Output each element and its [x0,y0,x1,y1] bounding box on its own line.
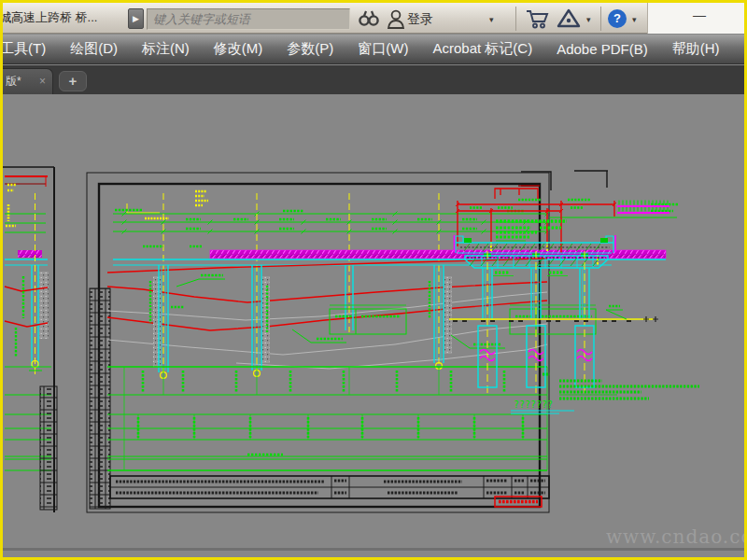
help-icon[interactable]: ? [608,9,627,28]
watermark: www.cndao.com [606,525,747,548]
search-input[interactable] [148,9,349,29]
cross-section-view: ??????? [449,171,699,413]
exchange-dropdown-icon[interactable]: ▾ [586,15,591,24]
elevation-view [107,191,679,378]
infocenter-search [147,8,350,30]
menu-modify[interactable]: 修改(M) [202,40,275,58]
drawing-tab[interactable]: 版* × [0,68,53,94]
cad-drawing[interactable]: ??????? [3,94,744,557]
binoculars-search-icon[interactable] [358,7,380,34]
menu-dimension[interactable]: 标注(N) [130,40,202,58]
user-icon[interactable] [386,7,406,34]
autodesk-exchange-icon[interactable] [557,7,581,34]
menu-help[interactable]: 帮助(H) [660,40,732,58]
pile-section-title: ??????? [514,399,553,410]
menu-parametric[interactable]: 参数(P) [275,40,345,58]
title-bar: 城高速上跨桥 桥... ▶ 登录 ▾ [3,3,744,34]
window-controls: — [647,3,744,34]
profile-table [107,367,547,470]
divider [515,7,516,31]
signin-dropdown-icon[interactable]: ▾ [489,15,494,24]
title-block [110,476,549,507]
new-tab-button[interactable]: + [59,71,87,91]
menu-acrobat-markups[interactable]: Acrobat 标记(C) [420,40,544,58]
tab-close-icon[interactable]: × [39,69,46,93]
canvas-bottom-edge [3,548,744,551]
window-title: 城高速上跨桥 桥... [0,9,128,26]
title-block-text [116,481,545,493]
menu-adobe-pdf[interactable]: Adobe PDF(B) [544,41,660,57]
help-dropdown-icon[interactable]: ▾ [632,15,637,24]
station-labels [138,371,523,455]
drawing-tab-label: 版* [6,75,21,88]
file-tab-bar: 版* × + [3,65,744,94]
left-sheet [3,167,57,512]
menu-tools[interactable]: 工具(T) [3,40,58,58]
minimize-button[interactable]: — [693,7,706,22]
autocad-window: 城高速上跨桥 桥... ▶ 登录 ▾ [0,0,747,560]
menu-draw[interactable]: 绘图(D) [58,40,130,58]
divider [600,7,601,31]
app-store-cart-icon[interactable] [524,7,550,34]
signin-link[interactable]: 登录 [407,11,433,28]
menu-window[interactable]: 窗口(W) [345,40,420,58]
title-flyout-button[interactable]: ▶ [128,8,144,29]
drawing-canvas[interactable]: ??????? www.cndao.com [3,94,744,557]
menu-bar: 工具(T) 绘图(D) 标注(N) 修改(M) 参数(P) 窗口(W) Acro… [3,35,744,64]
